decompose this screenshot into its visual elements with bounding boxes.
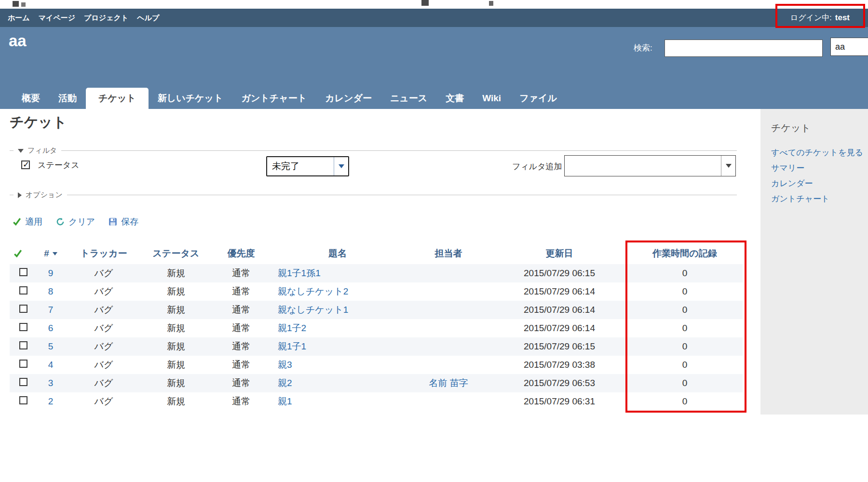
issues-table: # トラッカー ステータス 優先度 題名 担当者 更新日 作業時間の記録 bbox=[10, 243, 743, 411]
issue-priority: 通常 bbox=[212, 264, 270, 282]
issue-status: 新規 bbox=[140, 356, 212, 374]
sidebar: チケット すべてのチケットを見るサマリーカレンダーガントチャート bbox=[760, 109, 868, 415]
project-jump-box[interactable]: aa bbox=[830, 38, 868, 56]
issue-assignee-link[interactable]: 名前 苗字 bbox=[429, 378, 468, 388]
main-tabs: 概要活動チケット新しいチケットガントチャートカレンダーニュース文書Wikiファイ… bbox=[0, 88, 566, 109]
issue-subject-link[interactable]: 親3 bbox=[278, 360, 292, 370]
clear-button-label: クリア bbox=[68, 216, 95, 228]
issue-subject-link[interactable]: 親1 bbox=[278, 396, 292, 406]
table-row: 9 バグ 新規 通常 親1子1孫1 2015/07/29 06:15 0 bbox=[10, 264, 743, 282]
project-header: aa 検索: aa 概要活動チケット新しいチケットガントチャートカレンダーニュー… bbox=[0, 27, 868, 109]
tab[interactable]: ファイル bbox=[510, 88, 566, 109]
options-legend[interactable]: オプション bbox=[14, 190, 67, 200]
issue-id-link[interactable]: 3 bbox=[48, 378, 54, 388]
options-fieldset-line bbox=[10, 195, 737, 195]
tab[interactable]: 活動 bbox=[49, 88, 86, 109]
top-menu-item[interactable]: マイページ bbox=[39, 13, 75, 23]
search-input[interactable] bbox=[665, 40, 823, 57]
issue-id-link[interactable]: 6 bbox=[48, 323, 54, 333]
row-checkbox[interactable] bbox=[19, 268, 27, 276]
sidebar-link[interactable]: すべてのチケットを見る bbox=[771, 147, 868, 158]
issue-subject-link[interactable]: 親1子1孫1 bbox=[278, 268, 321, 278]
issue-subject-link[interactable]: 親2 bbox=[278, 378, 292, 388]
select-all-header[interactable] bbox=[10, 243, 34, 264]
issue-id-link[interactable]: 8 bbox=[48, 286, 54, 296]
col-header-tracker[interactable]: トラッカー bbox=[68, 243, 140, 264]
row-checkbox[interactable] bbox=[19, 286, 27, 295]
issue-id-link[interactable]: 9 bbox=[48, 268, 54, 278]
row-checkbox[interactable] bbox=[19, 305, 27, 313]
col-header-spent-time[interactable]: 作業時間の記録 bbox=[627, 243, 743, 264]
login-username: test bbox=[835, 13, 850, 23]
issue-subject-link[interactable]: 親なしチケット2 bbox=[278, 286, 348, 296]
issue-id-link[interactable]: 2 bbox=[48, 396, 54, 406]
issue-subject-link[interactable]: 親1子1 bbox=[278, 341, 306, 351]
issue-status: 新規 bbox=[140, 264, 212, 282]
options-legend-label: オプション bbox=[26, 190, 63, 200]
row-checkbox[interactable] bbox=[19, 396, 27, 404]
top-menu-item[interactable]: プロジェクト bbox=[84, 13, 128, 23]
col-header-status[interactable]: ステータス bbox=[140, 243, 212, 264]
save-button[interactable]: 保存 bbox=[108, 216, 138, 228]
issue-updated: 2015/07/29 06:15 bbox=[492, 264, 627, 282]
sidebar-link[interactable]: サマリー bbox=[771, 162, 868, 174]
browser-chrome-fragment bbox=[13, 1, 19, 7]
tab[interactable]: 新しいチケット bbox=[149, 88, 232, 109]
col-header-updated[interactable]: 更新日 bbox=[492, 243, 627, 264]
apply-button[interactable]: 適用 bbox=[13, 216, 42, 228]
issue-spent-hours: 0 bbox=[627, 319, 743, 337]
tab[interactable]: 概要 bbox=[13, 88, 49, 109]
table-row: 7 バグ 新規 通常 親なしチケット1 2015/07/29 06:14 0 bbox=[10, 301, 743, 319]
issue-updated: 2015/07/29 06:15 bbox=[492, 337, 627, 356]
apply-button-label: 適用 bbox=[25, 216, 42, 228]
col-header-priority[interactable]: 優先度 bbox=[212, 243, 270, 264]
issue-priority: 通常 bbox=[212, 282, 270, 301]
clear-button[interactable]: クリア bbox=[56, 216, 95, 228]
row-checkbox[interactable] bbox=[19, 360, 27, 368]
tab[interactable]: 文書 bbox=[436, 88, 473, 109]
save-button-label: 保存 bbox=[121, 216, 138, 228]
table-row: 4 バグ 新規 通常 親3 2015/07/29 03:38 0 bbox=[10, 356, 743, 374]
issue-id-link[interactable]: 4 bbox=[48, 360, 54, 370]
sidebar-links: すべてのチケットを見るサマリーカレンダーガントチャート bbox=[771, 147, 868, 204]
issue-tracker: バグ bbox=[68, 374, 140, 392]
tab[interactable]: ニュース bbox=[381, 88, 436, 109]
browser-chrome-fragment bbox=[21, 2, 26, 7]
issue-id-link[interactable]: 5 bbox=[48, 341, 54, 351]
issue-subject-link[interactable]: 親1子2 bbox=[278, 323, 306, 333]
sidebar-link[interactable]: カレンダー bbox=[771, 178, 868, 189]
issue-updated: 2015/07/29 06:53 bbox=[492, 374, 627, 392]
row-checkbox[interactable] bbox=[19, 323, 27, 331]
reload-icon bbox=[56, 217, 65, 226]
tab[interactable]: Wiki bbox=[473, 88, 510, 109]
tab[interactable]: チケット bbox=[86, 88, 149, 109]
filters-legend[interactable]: フィルタ bbox=[14, 146, 61, 155]
sidebar-link[interactable]: ガントチャート bbox=[771, 193, 868, 204]
status-filter-checkbox[interactable] bbox=[21, 161, 30, 169]
browser-chrome-fragment bbox=[489, 1, 493, 6]
table-row: 6 バグ 新規 通常 親1子2 2015/07/29 06:14 0 bbox=[10, 319, 743, 337]
col-header-assignee[interactable]: 担当者 bbox=[405, 243, 492, 264]
row-checkbox[interactable] bbox=[19, 341, 27, 349]
tab[interactable]: ガントチャート bbox=[232, 88, 316, 109]
status-filter-select[interactable]: 未完了 bbox=[266, 156, 349, 176]
col-header-id[interactable]: # bbox=[34, 243, 68, 264]
save-icon bbox=[108, 217, 117, 226]
top-menu-item[interactable]: ホーム bbox=[8, 13, 30, 23]
issue-id-link[interactable]: 7 bbox=[48, 305, 54, 315]
top-menu-item[interactable]: ヘルプ bbox=[137, 13, 159, 23]
status-filter-value: 未完了 bbox=[267, 157, 334, 175]
issue-subject-link[interactable]: 親なしチケット1 bbox=[278, 305, 348, 315]
issue-updated: 2015/07/29 06:31 bbox=[492, 392, 627, 411]
tab[interactable]: カレンダー bbox=[316, 88, 381, 109]
add-filter-select[interactable] bbox=[564, 155, 736, 176]
col-header-subject[interactable]: 題名 bbox=[270, 243, 405, 264]
filter-actions: 適用 クリア 保存 bbox=[13, 216, 138, 228]
add-filter-value bbox=[565, 156, 721, 176]
collapse-collapsed-icon bbox=[18, 192, 22, 198]
collapse-expanded-icon bbox=[18, 149, 24, 153]
row-checkbox[interactable] bbox=[19, 378, 27, 386]
issue-status: 新規 bbox=[140, 374, 212, 392]
col-header-id-label: # bbox=[44, 248, 49, 258]
project-jump-value: aa bbox=[835, 42, 845, 52]
